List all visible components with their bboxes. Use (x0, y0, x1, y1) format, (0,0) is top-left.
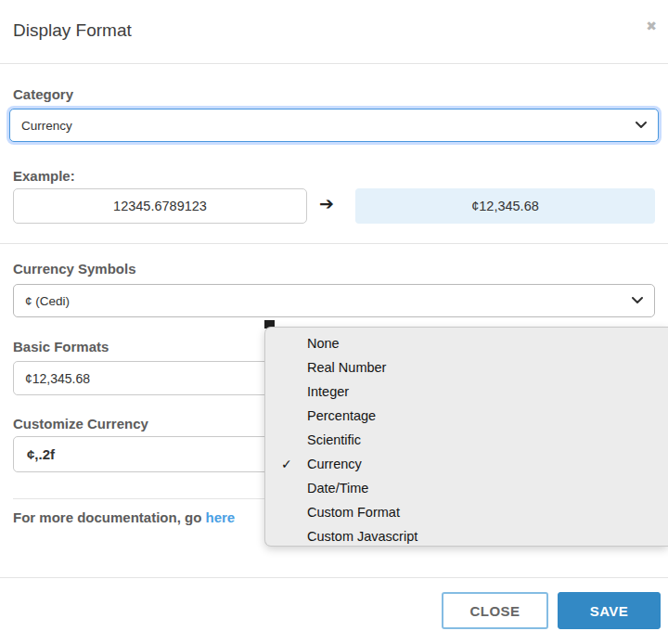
modal-title: Display Format (13, 20, 132, 41)
display-format-modal: Display Format ✖ Category Currency Examp… (0, 0, 668, 644)
currency-symbols-label: Currency Symbols (13, 261, 136, 277)
currency-symbols-value: ¢ (Cedi) (14, 294, 632, 308)
dropdown-item-none[interactable]: None (265, 331, 668, 355)
documentation-text: For more documentation, go (13, 509, 206, 525)
header-divider (0, 63, 668, 64)
example-result: ¢12,345.68 (355, 188, 655, 224)
dropdown-item-integer[interactable]: Integer (265, 380, 668, 404)
dropdown-item-percentage[interactable]: Percentage (265, 404, 668, 428)
dropdown-item-custom-javascript[interactable]: Custom Javascript (265, 524, 668, 548)
chevron-down-icon (632, 297, 643, 304)
example-label: Example: (13, 168, 75, 184)
documentation-line: For more documentation, go here (13, 509, 235, 525)
category-select[interactable]: Currency (9, 109, 659, 142)
footer-divider (0, 577, 668, 578)
section-divider (0, 243, 668, 244)
close-icon[interactable]: ✖ (646, 19, 657, 33)
close-button[interactable]: CLOSE (442, 592, 548, 629)
example-input[interactable] (13, 188, 307, 224)
dropdown-item-currency[interactable]: ✓Currency (265, 452, 668, 476)
basic-formats-label: Basic Formats (13, 339, 109, 354)
dropdown-item-custom-format[interactable]: Custom Format (265, 500, 668, 524)
category-label: Category (13, 86, 73, 102)
chevron-down-icon (636, 122, 647, 129)
dropdown-item-date-time[interactable]: Date/Time (265, 476, 668, 500)
category-dropdown-menu: None Real Number Integer Percentage Scie… (264, 327, 668, 547)
checkmark-icon: ✓ (281, 452, 292, 476)
category-select-value: Currency (10, 119, 636, 133)
documentation-link[interactable]: here (206, 509, 236, 525)
customize-currency-label: Customize Currency (13, 416, 148, 431)
arrow-right-icon: ➔ (319, 193, 334, 214)
save-button[interactable]: SAVE (558, 592, 661, 629)
dropdown-item-real-number[interactable]: Real Number (265, 355, 668, 380)
dropdown-item-scientific[interactable]: Scientific (265, 428, 668, 452)
currency-symbols-select[interactable]: ¢ (Cedi) (13, 284, 655, 317)
